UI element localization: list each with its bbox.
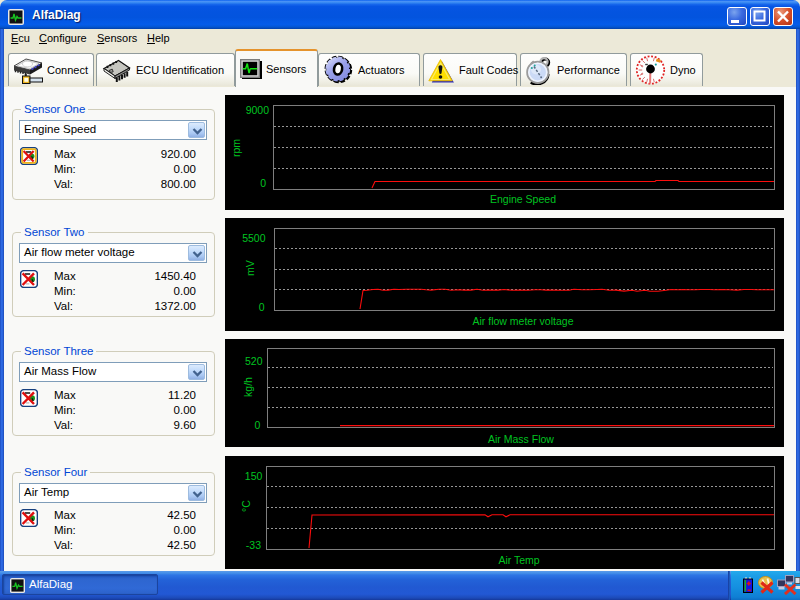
svg-text:Air Mass Flow: Air Mass Flow — [488, 433, 554, 445]
svg-text:0: 0 — [259, 301, 265, 313]
svg-text:5500: 5500 — [242, 232, 266, 244]
svg-text:150: 150 — [245, 470, 263, 482]
svg-text:°C: °C — [240, 500, 252, 512]
svg-text:-33: -33 — [246, 539, 261, 551]
svg-text:rpm: rpm — [230, 139, 242, 157]
svg-text:520: 520 — [245, 355, 263, 367]
svg-text:0: 0 — [260, 177, 266, 189]
svg-text:9000: 9000 — [246, 104, 270, 116]
svg-text:0: 0 — [255, 419, 261, 431]
svg-text:Air Temp: Air Temp — [498, 554, 539, 566]
svg-text:Engine Speed: Engine Speed — [490, 193, 556, 205]
svg-text:Air flow meter voltage: Air flow meter voltage — [473, 315, 574, 327]
svg-text:mV: mV — [244, 260, 256, 276]
svg-text:kg/h: kg/h — [242, 377, 254, 397]
